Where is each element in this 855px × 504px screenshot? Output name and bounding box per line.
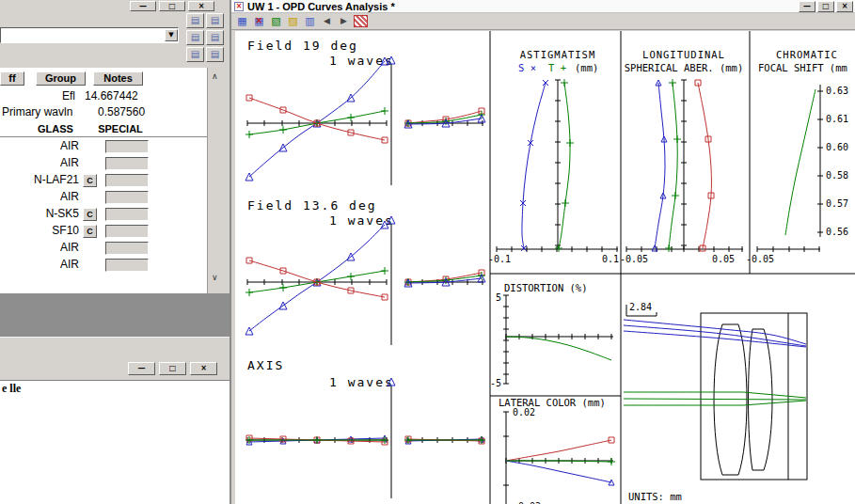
- hatch-icon[interactable]: [354, 15, 368, 27]
- lens-row: N-SK5 C: [0, 207, 207, 224]
- plus-marker: [381, 107, 388, 115]
- window-controls: — □ ×: [799, 1, 853, 12]
- chromatic-tick-058: 0.58: [826, 170, 848, 181]
- window-tool-button[interactable]: ▤: [186, 47, 204, 62]
- tile-icon: ▤: [211, 49, 219, 59]
- minimize-button[interactable]: —: [130, 1, 156, 11]
- window-tool-button[interactable]: ▤: [206, 13, 224, 28]
- special-cell[interactable]: [105, 242, 149, 255]
- field-plot-icon[interactable]: ▥: [302, 14, 318, 28]
- curve: [559, 83, 570, 248]
- group-button[interactable]: Group: [36, 71, 86, 86]
- scroll-up-button[interactable]: ∧: [212, 72, 218, 81]
- lens-row: AIR: [0, 156, 207, 173]
- spot-diagram-icon[interactable]: ▨: [285, 14, 301, 28]
- catalog-button[interactable]: C: [83, 208, 97, 221]
- plus-marker: [381, 267, 388, 275]
- close-button[interactable]: ×: [836, 1, 853, 12]
- astigmatism-xmin: -0.1: [488, 254, 511, 264]
- close-button[interactable]: ×: [190, 362, 217, 375]
- opd-analysis-window: × UW 1 - OPD Curves Analysis * — □ × ▦ ▦…: [230, 0, 855, 504]
- tile-icon: ▤: [211, 32, 219, 42]
- lateral-color-ymax: 0.02: [513, 407, 535, 417]
- maximize-icon: □: [169, 364, 177, 372]
- glass-cell[interactable]: N-SK5: [0, 207, 79, 221]
- plus-marker: [347, 273, 355, 280]
- minimize-button[interactable]: —: [799, 1, 815, 12]
- window-tool-button[interactable]: ▤: [186, 13, 204, 28]
- plus-marker: [561, 79, 568, 87]
- lens-row: AIR: [0, 139, 207, 156]
- wavefront-plot-icon[interactable]: ▧: [268, 14, 284, 28]
- astigmatism-xmax: 0.1: [602, 254, 619, 264]
- glass-cell[interactable]: AIR: [0, 190, 79, 204]
- glass-cell[interactable]: AIR: [0, 139, 79, 153]
- step-back-icon[interactable]: ◀: [319, 14, 335, 28]
- plus-marker: [562, 199, 569, 207]
- catalog-button[interactable]: C: [83, 174, 97, 187]
- close-icon: ×: [200, 364, 207, 372]
- ray-axial: [624, 401, 806, 405]
- window-tool-button[interactable]: ▤: [206, 47, 224, 62]
- plus-marker: [245, 131, 253, 138]
- glass-cell[interactable]: SF10: [0, 224, 79, 238]
- glass-cell[interactable]: AIR: [0, 258, 79, 272]
- window-tool-button[interactable]: ▤: [206, 30, 224, 45]
- glass-cell[interactable]: AIR: [0, 241, 79, 255]
- glass-cell[interactable]: AIR: [0, 156, 79, 170]
- spreadsheet-scrollbar[interactable]: [207, 68, 230, 293]
- special-cell[interactable]: [105, 140, 149, 153]
- minimize-icon: —: [139, 2, 147, 10]
- plus-marker: [245, 289, 253, 296]
- minimize-icon: —: [138, 364, 146, 372]
- minimize-button[interactable]: —: [128, 362, 155, 375]
- opd-axis-scale: 1 waves: [329, 375, 394, 389]
- special-cell[interactable]: [105, 259, 149, 272]
- ray-axial: [624, 399, 806, 400]
- curve: [506, 337, 611, 360]
- maximize-button[interactable]: □: [159, 1, 185, 11]
- edit-combo[interactable]: ▼: [0, 27, 179, 43]
- special-cell[interactable]: [105, 157, 149, 170]
- window-tool-button[interactable]: ▤: [186, 30, 204, 45]
- step-forward-icon[interactable]: ▶: [336, 14, 352, 28]
- special-cell[interactable]: [105, 174, 149, 187]
- opd-window-titlebar[interactable]: × UW 1 - OPD Curves Analysis * — □ ×: [231, 0, 855, 13]
- opd-axis-title: AXIS: [247, 358, 284, 372]
- scroll-down-button[interactable]: ∨: [212, 274, 218, 282]
- notes-button[interactable]: Notes: [93, 71, 143, 86]
- curve: [655, 83, 665, 248]
- distortion-title: DISTORTION (%): [504, 282, 588, 293]
- special-column-header: SPECIAL: [90, 122, 150, 135]
- plus-marker: [608, 458, 615, 465]
- chromatic-tick-060: 0.60: [826, 142, 848, 152]
- opd-field1-title: Field 19 deg: [247, 39, 358, 53]
- lens-row: AIR: [0, 241, 207, 258]
- eff-button[interactable]: ff: [0, 71, 24, 86]
- lens-row: AIR: [0, 190, 207, 207]
- special-cell[interactable]: [105, 208, 149, 221]
- wavln-value[interactable]: 0.587560: [98, 105, 145, 119]
- minimize-icon: —: [803, 2, 811, 10]
- spreadsheet-icon[interactable]: ▦: [234, 14, 250, 28]
- maximize-button[interactable]: □: [159, 362, 186, 375]
- maximize-button[interactable]: □: [817, 1, 834, 12]
- efl-label: Efl: [0, 89, 75, 103]
- special-cell[interactable]: [105, 225, 149, 238]
- window-icon: ×: [234, 2, 244, 11]
- maximize-icon: □: [168, 2, 176, 10]
- glass-cell[interactable]: N-LAF21: [0, 173, 79, 187]
- lsa-xmax: 0.05: [712, 254, 735, 264]
- special-cell[interactable]: [105, 191, 149, 204]
- header-rule: [0, 136, 207, 137]
- close-spreadsheet-icon[interactable]: ▦×: [251, 14, 267, 28]
- dropdown-arrow-icon[interactable]: ▼: [165, 29, 178, 41]
- curve: [506, 440, 611, 461]
- units-label: UNITS: mm: [628, 491, 682, 502]
- plus-marker: [672, 192, 679, 199]
- close-button[interactable]: ×: [188, 1, 214, 11]
- lens-data-titlebar[interactable]: — □ ×: [0, 0, 230, 12]
- text-window-fragment: e lle: [2, 382, 21, 395]
- catalog-button[interactable]: C: [83, 225, 97, 238]
- efl-value[interactable]: 14.667442: [85, 89, 138, 103]
